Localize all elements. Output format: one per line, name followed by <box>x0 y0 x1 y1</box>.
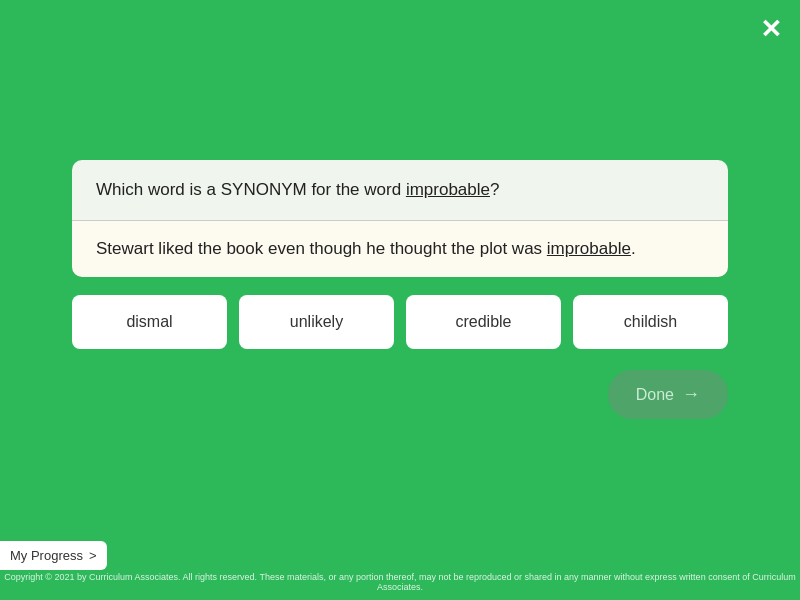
my-progress-label: My Progress <box>10 548 83 563</box>
footer-text: Copyright © 2021 by Curriculum Associate… <box>0 572 800 592</box>
done-button[interactable]: Done → <box>608 370 728 419</box>
context-box: Stewart liked the book even though he th… <box>72 221 728 277</box>
question-suffix: ? <box>490 180 499 199</box>
choice-dismal[interactable]: dismal <box>72 295 227 349</box>
question-prefix: Which word is a SYNONYM for the word <box>96 180 406 199</box>
my-progress-button[interactable]: My Progress > <box>0 541 107 570</box>
choice-credible[interactable]: credible <box>406 295 561 349</box>
question-target-word: improbable <box>406 180 490 199</box>
choice-unlikely[interactable]: unlikely <box>239 295 394 349</box>
context-underlined-word: improbable <box>547 239 631 258</box>
choice-childish[interactable]: childish <box>573 295 728 349</box>
question-box: Which word is a SYNONYM for the word imp… <box>72 160 728 221</box>
close-button[interactable]: ✕ <box>760 16 782 42</box>
my-progress-arrow: > <box>89 548 97 563</box>
context-suffix: . <box>631 239 636 258</box>
done-arrow: → <box>682 384 700 405</box>
my-progress-bar: My Progress > <box>0 541 107 570</box>
done-label: Done <box>636 386 674 404</box>
context-prefix: Stewart liked the book even though he th… <box>96 239 547 258</box>
choices-container: dismal unlikely credible childish <box>72 295 728 349</box>
main-card: Which word is a SYNONYM for the word imp… <box>72 160 728 349</box>
